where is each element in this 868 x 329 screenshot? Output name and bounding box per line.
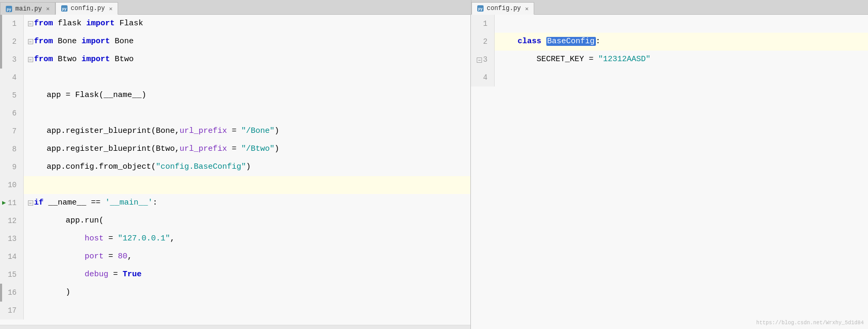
table-row: 16 ) <box>0 284 470 302</box>
code-line-8: app.register_blueprint(Btwo,url_prefix =… <box>23 140 470 158</box>
right-code-line-4 <box>494 69 868 86</box>
svg-text:py: py <box>478 7 483 11</box>
line-number-10: 10 <box>0 176 23 194</box>
line-number-11: ▶ 11 <box>0 194 23 212</box>
tab-label-config-py-left: config.py <box>71 5 105 12</box>
right-code-line-3: SECRET_KEY = "12312AASD" <box>494 51 868 69</box>
tab-label-config-py-right: config.py <box>487 5 521 12</box>
right-line-number-2: 2 <box>471 33 494 51</box>
code-line-2: −from Bone import Bone <box>23 33 470 51</box>
line-number-17: 17 <box>0 302 23 320</box>
code-line-13: host = "127.0.0.1", <box>23 230 470 248</box>
table-row: 1 −from flask import Flask <box>0 15 470 33</box>
line-number-9: 9 <box>0 158 23 176</box>
fold-marker-r3[interactable]: − <box>477 57 482 63</box>
code-line-1: −from flask import Flask <box>23 15 470 33</box>
line-number-5: 5 <box>0 86 23 104</box>
code-line-14: port = 80, <box>23 248 470 266</box>
tab-config-py-left[interactable]: py config.py ✕ <box>55 2 118 15</box>
table-row: 6 <box>0 104 470 122</box>
tab-close-main-py[interactable]: ✕ <box>46 5 50 12</box>
code-line-5: app = Flask(__name__) <box>23 86 470 104</box>
code-line-17 <box>23 302 470 320</box>
run-icon[interactable]: ▶ <box>2 194 6 212</box>
tab-close-config-py-right[interactable]: ✕ <box>525 5 529 12</box>
right-line-number-1: 1 <box>471 15 494 33</box>
line-number-12: 12 <box>0 212 23 230</box>
table-row: 9 app.config.from_object("config.BaseCon… <box>0 158 470 176</box>
right-code-table: 1 2 class BaseConfig: −3 SECRET_KEY = "1… <box>471 15 868 86</box>
line-number-6: 6 <box>0 104 23 122</box>
table-row: 4 <box>0 69 470 86</box>
tab-main-py[interactable]: py main.py ✕ <box>0 2 55 15</box>
line-number-14: 14 <box>0 248 23 266</box>
tab-label-main-py: main.py <box>15 5 42 13</box>
table-row: 17 <box>0 302 470 320</box>
table-row: 13 host = "127.0.0.1", <box>0 230 470 248</box>
table-row: 3 −from Btwo import Btwo <box>0 51 470 69</box>
code-line-11: −if __name__ == '__main__': <box>23 194 470 212</box>
svg-text:py: py <box>62 7 67 11</box>
line-number-2: 2 <box>0 33 23 51</box>
line-number-1: 1 <box>0 15 23 33</box>
table-row: 12 app.run( <box>0 212 470 230</box>
editors-container: 1 −from flask import Flask 2 −from Bone … <box>0 15 868 329</box>
table-row: ▶ 11 −if __name__ == '__main__': <box>0 194 470 212</box>
code-line-4 <box>23 69 470 86</box>
fold-marker-3[interactable]: − <box>28 57 33 62</box>
right-code-line-2: class BaseConfig: <box>494 33 868 51</box>
code-line-7: app.register_blueprint(Bone,url_prefix =… <box>23 122 470 140</box>
table-row: 7 app.register_blueprint(Bone,url_prefix… <box>0 122 470 140</box>
table-row: 15 debug = True <box>0 266 470 284</box>
svg-text:py: py <box>7 7 12 12</box>
python-file-icon-2: py <box>61 5 67 12</box>
code-line-10 <box>23 176 470 194</box>
left-code-table: 1 −from flask import Flask 2 −from Bone … <box>0 15 470 320</box>
line-number-4: 4 <box>0 69 23 86</box>
left-code-area[interactable]: 1 −from flask import Flask 2 −from Bone … <box>0 15 470 325</box>
table-row: 5 app = Flask(__name__) <box>0 86 470 104</box>
table-row: 8 app.register_blueprint(Btwo,url_prefix… <box>0 140 470 158</box>
left-tab-bar: py main.py ✕ py config.py ✕ <box>0 0 471 14</box>
tab-config-py-right[interactable]: py config.py ✕ <box>471 2 534 15</box>
line-number-15: 15 <box>0 266 23 284</box>
table-row: 2 −from Bone import Bone <box>0 33 470 51</box>
table-row: 10 <box>0 176 470 194</box>
fold-marker-1[interactable]: − <box>28 21 33 26</box>
code-line-12: app.run( <box>23 212 470 230</box>
right-line-number-3: −3 <box>471 51 494 69</box>
left-scrollbar[interactable] <box>0 325 470 329</box>
table-row: 1 <box>471 15 868 33</box>
right-tab-bar: py config.py ✕ <box>471 0 868 14</box>
line-number-7: 7 <box>0 122 23 140</box>
line-number-8: 8 <box>0 140 23 158</box>
table-row: 4 <box>471 69 868 86</box>
table-row: −3 SECRET_KEY = "12312AASD" <box>471 51 868 69</box>
right-code-area[interactable]: 1 2 class BaseConfig: −3 SECRET_KEY = "1… <box>471 15 868 329</box>
table-row: 2 class BaseConfig: <box>471 33 868 51</box>
code-line-9: app.config.from_object("config.BaseConfi… <box>23 158 470 176</box>
line-number-3: 3 <box>0 51 23 69</box>
fold-marker-2[interactable]: − <box>28 39 33 44</box>
python-file-icon: py <box>6 6 12 12</box>
fold-marker-11[interactable]: − <box>28 200 33 206</box>
code-line-15: debug = True <box>23 266 470 284</box>
code-line-6 <box>23 104 470 122</box>
right-editor-pane: 1 2 class BaseConfig: −3 SECRET_KEY = "1… <box>471 15 868 329</box>
right-line-number-4: 4 <box>471 69 494 86</box>
code-line-3: −from Btwo import Btwo <box>23 51 470 69</box>
tab-close-config-py-left[interactable]: ✕ <box>109 5 113 12</box>
left-editor-pane: 1 −from flask import Flask 2 −from Bone … <box>0 15 471 329</box>
table-row: 14 port = 80, <box>0 248 470 266</box>
tab-bar: py main.py ✕ py config.py ✕ py <box>0 0 868 15</box>
line-number-13: 13 <box>0 230 23 248</box>
right-code-line-1 <box>494 15 868 33</box>
code-line-16: ) <box>23 284 470 302</box>
line-number-16: 16 <box>0 284 23 302</box>
python-file-icon-3: py <box>477 5 484 12</box>
selected-text-baseconfig: BaseConfig <box>546 37 596 46</box>
